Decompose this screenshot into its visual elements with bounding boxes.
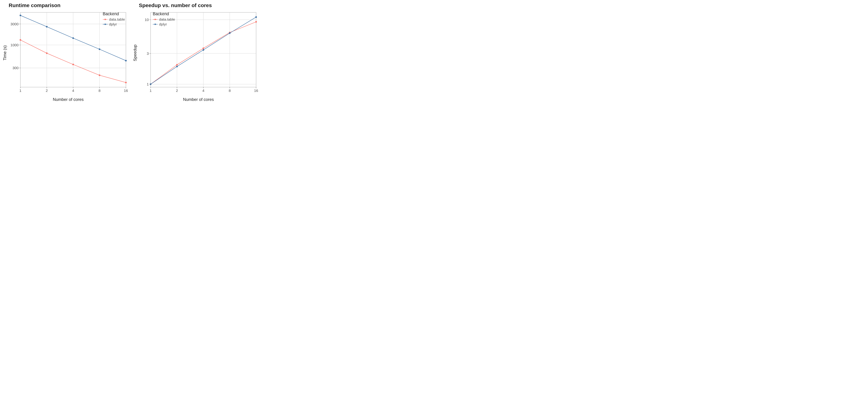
legend-title: Backend <box>153 11 175 16</box>
panel-speedup: Speedup vs. number of cores Speedup 1248… <box>130 0 260 104</box>
series-point <box>125 82 127 83</box>
y-tick-label: 1000 <box>10 43 19 47</box>
legend-key-icon <box>103 18 107 21</box>
series-point <box>255 16 257 18</box>
panel-title: Runtime comparison <box>9 2 128 8</box>
figure: Runtime comparison Time (s) 124816300100… <box>0 0 260 104</box>
panel-title: Speedup vs. number of cores <box>139 2 259 8</box>
series-point <box>99 48 100 50</box>
legend: Backenddata.tabledplyr <box>153 11 175 27</box>
legend-title: Backend <box>103 11 125 16</box>
series-point <box>72 37 74 39</box>
series-point <box>229 32 230 34</box>
legend-label: data.table <box>109 18 125 22</box>
legend-item: dplyr <box>103 22 125 26</box>
x-tick-label: 16 <box>254 89 258 93</box>
x-tick-label: 16 <box>124 89 128 93</box>
series-point <box>125 60 127 61</box>
legend-key-icon <box>153 18 158 21</box>
legend-item: data.table <box>153 18 175 22</box>
x-tick-label: 2 <box>46 89 48 93</box>
series-point <box>20 39 21 41</box>
y-tick-label: 10 <box>145 18 149 22</box>
x-tick-label: 2 <box>176 89 178 93</box>
x-tick-label: 1 <box>20 89 22 93</box>
x-axis-label: Number of cores <box>138 97 259 102</box>
legend-key-icon <box>103 23 107 26</box>
y-tick-label: 300 <box>12 66 19 70</box>
series-point <box>99 74 100 76</box>
x-axis-label: Number of cores <box>8 97 128 102</box>
y-tick-label: 3000 <box>10 22 19 26</box>
series-point <box>176 64 178 66</box>
series-point <box>20 14 21 16</box>
y-tick-label: 1 <box>147 82 149 86</box>
x-tick-label: 8 <box>229 89 231 93</box>
series-point <box>46 26 48 27</box>
panel-runtime: Runtime comparison Time (s) 124816300100… <box>0 0 130 104</box>
legend-label: dplyr <box>109 22 117 26</box>
series-point <box>46 53 48 54</box>
series-point <box>203 49 204 50</box>
x-tick-label: 4 <box>72 89 74 93</box>
legend-label: dplyr <box>159 22 167 26</box>
legend-item: dplyr <box>153 22 175 26</box>
y-axis-label: Time (s) <box>2 45 7 60</box>
series-point <box>203 47 204 49</box>
legend-item: data.table <box>103 18 125 22</box>
series-point <box>72 64 74 65</box>
series-point <box>176 66 178 67</box>
x-tick-label: 4 <box>203 89 205 93</box>
y-tick-label: 3 <box>147 51 149 56</box>
x-tick-label: 8 <box>98 89 100 93</box>
x-tick-label: 1 <box>150 89 152 93</box>
y-axis-label: Speedup <box>133 44 137 61</box>
legend: Backenddata.tabledplyr <box>103 11 125 27</box>
legend-label: data.table <box>159 18 175 22</box>
series-point <box>255 21 257 23</box>
legend-key-icon <box>153 23 158 26</box>
